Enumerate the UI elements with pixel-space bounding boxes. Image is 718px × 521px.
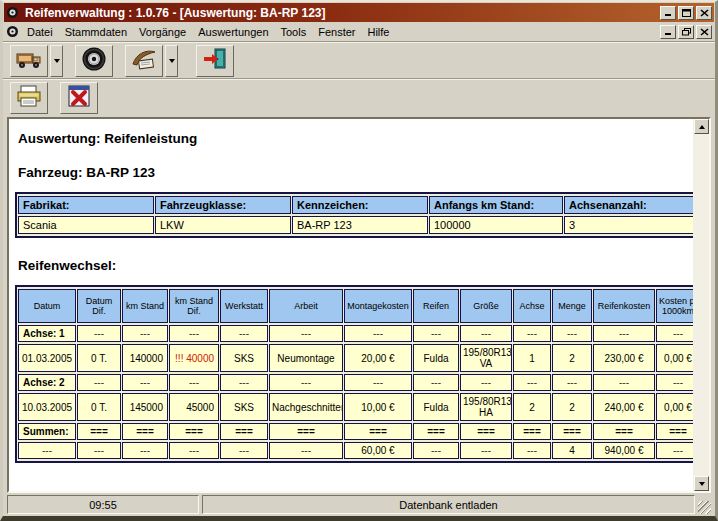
table-cell: 240,00 €	[593, 393, 655, 421]
delete-report-icon	[66, 83, 92, 113]
column-header: Achse	[513, 289, 551, 323]
table-cell: 145000	[122, 393, 168, 421]
column-header: Kosten p. 1000km	[656, 289, 693, 323]
table-cell: SKS	[220, 344, 268, 372]
column-header: km Stand Dif.	[169, 289, 219, 323]
menu-item-fenster[interactable]: Fenster	[312, 23, 361, 41]
menu-item-vorgaenge[interactable]: Vorgänge	[133, 23, 192, 41]
table-cell: ===	[460, 423, 512, 440]
title-bar: Reifenverwaltung : 1.0.76 - [Auswertung:…	[4, 3, 714, 22]
menu-item-datei[interactable]: Datei	[21, 23, 59, 41]
table-cell: 140000	[122, 344, 168, 372]
delete-report-button[interactable]	[60, 82, 98, 114]
table-cell: ---	[413, 325, 459, 342]
report-document: Auswertung: Reifenleistung Fahrzeug: BA-…	[9, 119, 693, 491]
axle-group-row: Achse: 2 --- --- --- --- --- --- --- ---…	[18, 374, 693, 391]
mdi-minimize-button[interactable]	[660, 25, 676, 39]
table-cell: 10,00 €	[344, 393, 412, 421]
printer-icon	[15, 83, 43, 113]
table-cell: 195/80R13 VA	[460, 344, 512, 372]
vehicles-button[interactable]	[10, 45, 48, 77]
table-cell: Fulda	[413, 393, 459, 421]
table-cell: 0 T.	[77, 393, 121, 421]
section-title: Reifenwechsel:	[18, 258, 687, 273]
table-cell: BA-RP 123	[292, 216, 428, 234]
axle-group-row: Achse: 1 --- --- --- --- --- --- --- ---…	[18, 325, 693, 342]
exit-button[interactable]	[196, 45, 234, 77]
maximize-button[interactable]	[678, 6, 694, 20]
table-cell: Neumontage	[269, 344, 343, 372]
table-cell: ---	[220, 442, 268, 459]
table-cell: ===	[344, 423, 412, 440]
status-message-panel: Datenbank entladen	[202, 495, 695, 514]
status-bar: 09:55 Datenbank entladen	[7, 495, 711, 514]
reports-dropdown-button[interactable]	[165, 45, 178, 77]
reports-button[interactable]	[125, 45, 163, 77]
mdi-restore-button[interactable]	[678, 25, 694, 39]
table-cell: ===	[220, 423, 268, 440]
table-cell: 230,00 €	[593, 344, 655, 372]
table-cell: ---	[593, 374, 655, 391]
resize-grip[interactable]	[698, 501, 711, 514]
column-header: Menge	[552, 289, 592, 323]
table-cell: ---	[122, 442, 168, 459]
print-button[interactable]	[10, 82, 48, 114]
tire-change-row: 10.03.2005 0 T. 145000 45000 SKS Nachges…	[18, 393, 693, 421]
table-cell: ---	[656, 325, 693, 342]
table-cell: 60,00 €	[344, 442, 412, 459]
mdi-close-button[interactable]	[696, 25, 712, 39]
table-cell: ---	[593, 325, 655, 342]
table-cell: ===	[413, 423, 459, 440]
content-scrollbar[interactable]	[693, 119, 709, 491]
table-cell: Achse: 2	[18, 374, 76, 391]
table-cell: ---	[413, 374, 459, 391]
table-cell: 2	[552, 393, 592, 421]
table-cell: ===	[122, 423, 168, 440]
menu-item-hilfe[interactable]: Hilfe	[361, 23, 395, 41]
table-cell: !!! 40000	[169, 344, 219, 372]
table-cell: 0,00 €	[656, 393, 693, 421]
table-cell: ---	[220, 325, 268, 342]
table-cell: 4	[552, 442, 592, 459]
column-header: Kennzeichen:	[292, 196, 428, 214]
totals-row: --- --- --- --- --- --- 60,00 € --- --- …	[18, 442, 693, 459]
table-cell: ---	[344, 325, 412, 342]
table-cell: ---	[77, 325, 121, 342]
table-header-row: Fabrikat: Fahrzeugklasse: Kennzeichen: A…	[18, 196, 693, 214]
table-cell: 10.03.2005	[18, 393, 76, 421]
tires-button[interactable]	[75, 45, 113, 77]
menu-item-tools[interactable]: Tools	[275, 23, 313, 41]
close-button[interactable]	[696, 6, 712, 20]
mdi-child-tire-icon[interactable]	[6, 25, 19, 38]
arrow-up-icon	[699, 125, 705, 129]
table-cell: ---	[77, 442, 121, 459]
app-window: Reifenverwaltung : 1.0.76 - [Auswertung:…	[0, 0, 718, 521]
column-header: Anfangs km Stand:	[429, 196, 563, 214]
table-cell: ---	[122, 374, 168, 391]
table-cell: ---	[513, 325, 551, 342]
sums-row: Summen: === === === === === === === === …	[18, 423, 693, 440]
table-cell: 1	[513, 344, 551, 372]
table-cell: Nachgeschnitten	[269, 393, 343, 421]
table-cell: 0 T.	[77, 344, 121, 372]
menu-item-stammdaten[interactable]: Stammdaten	[59, 23, 133, 41]
scroll-up-button[interactable]	[694, 119, 709, 134]
table-cell: ---	[656, 442, 693, 459]
table-cell: Scania	[18, 216, 154, 234]
menu-item-auswertungen[interactable]: Auswertungen	[192, 23, 274, 41]
vehicle-info-table: Fabrikat: Fahrzeugklasse: Kennzeichen: A…	[15, 192, 693, 238]
minimize-button[interactable]	[660, 6, 676, 20]
table-cell: ---	[169, 374, 219, 391]
vehicles-dropdown-button[interactable]	[50, 45, 63, 77]
table-cell: ---	[169, 325, 219, 342]
table-cell: 2	[513, 393, 551, 421]
table-cell: ---	[269, 325, 343, 342]
tire-icon	[81, 46, 107, 76]
report-view: Auswertung: Reifenleistung Fahrzeug: BA-…	[7, 117, 711, 493]
table-cell: ---	[220, 374, 268, 391]
scroll-down-button[interactable]	[694, 476, 709, 491]
table-cell: Summen:	[18, 423, 76, 440]
table-cell: 0,00 €	[656, 344, 693, 372]
table-cell: ===	[269, 423, 343, 440]
table-cell: ---	[269, 374, 343, 391]
